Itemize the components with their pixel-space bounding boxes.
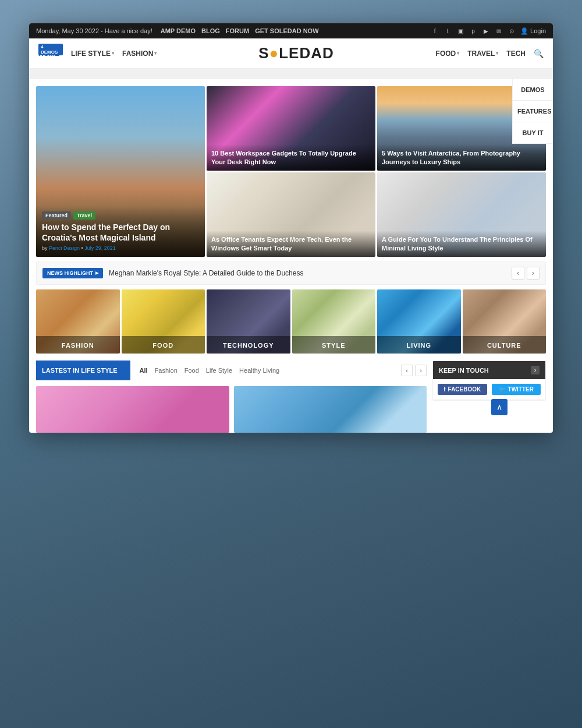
twitter-icon[interactable]: t (443, 27, 452, 35)
latest-item-2[interactable] (234, 386, 427, 433)
side-menu: DEMOS FEATURES BUY IT (512, 79, 553, 144)
hero-title: How to Spend the Perfect Day on Croatia'… (42, 222, 199, 243)
filter-tabs: All Fashion Food Life Style Healthy Livi… (140, 367, 280, 374)
tech-link[interactable]: TECH (506, 50, 526, 58)
antarctica-overlay: 5 Ways to Visit Antarctica, From Photogr… (377, 144, 546, 171)
date-text: Monday, May 30 2022 - Have a nice day! (36, 27, 152, 34)
workspace-title: 10 Best Workspace Gadgets To Totally Upg… (211, 149, 371, 166)
twitter-bird-icon: 🐦 (499, 386, 506, 393)
email-icon[interactable]: ✉ (495, 27, 503, 35)
login-button[interactable]: 👤 Login (520, 27, 546, 35)
social-buttons-row: f FACEBOOK 🐦 TWITTER (433, 379, 545, 400)
cat-style[interactable]: STYLE (292, 289, 376, 354)
twitter-button[interactable]: 🐦 TWITTER (492, 384, 541, 395)
search-icon[interactable]: 🔍 (534, 49, 544, 58)
office-overlay: As Office Tenants Expect More Tech, Even… (207, 231, 375, 257)
grid-cell-workspace[interactable]: 10 Best Workspace Gadgets To Totally Upg… (207, 86, 375, 171)
filter-all[interactable]: All (140, 367, 148, 374)
demos-menu-item[interactable]: DEMOS (513, 79, 553, 101)
hero-main[interactable]: Featured Travel How to Spend the Perfect… (36, 86, 205, 257)
hero-date: July 29, 2021 (84, 245, 116, 251)
grid-cell-office[interactable]: As Office Tenants Expect More Tech, Even… (207, 172, 375, 257)
minimal-title: A Guide For You To Understand The Princi… (382, 235, 541, 252)
hero-author: Penci Design (49, 245, 80, 251)
featured-tag: Featured (42, 211, 71, 220)
food-link[interactable]: FOOD ▾ (436, 50, 460, 58)
instagram-icon[interactable]: ▣ (456, 27, 464, 35)
top-bar: Monday, May 30 2022 - Have a nice day! A… (29, 23, 553, 38)
minimal-overlay: A Guide For You To Understand The Princi… (377, 231, 546, 257)
latest-section: LASTEST IN LIFE STYLE All Fashion Food L… (36, 361, 427, 433)
filter-lifestyle[interactable]: Life Style (206, 367, 232, 374)
features-menu-item[interactable]: FEATURES (513, 101, 553, 122)
latest-grid (36, 386, 427, 433)
workspace-overlay: 10 Best Workspace Gadgets To Totally Upg… (207, 144, 375, 171)
grid-cell-minimal[interactable]: A Guide For You To Understand The Princi… (377, 172, 546, 257)
news-next-button[interactable]: › (527, 267, 540, 280)
hero-meta: by Penci Design • July 29, 2021 (42, 245, 199, 251)
pinterest-icon[interactable]: p (469, 27, 477, 35)
facebook-icon[interactable]: f (431, 27, 439, 35)
keep-header: KEEP IN TOUCH › (433, 361, 545, 379)
buyit-menu-item[interactable]: BUY IT (513, 122, 553, 144)
keep-arrow-icon: › (531, 366, 540, 374)
keep-title: KEEP IN TOUCH (439, 367, 489, 374)
hero-grid: Featured Travel How to Spend the Perfect… (36, 86, 546, 257)
cat-living[interactable]: LIVING (377, 289, 461, 354)
news-nav: ‹ › (512, 267, 540, 280)
main-content: Featured Travel How to Spend the Perfect… (29, 79, 553, 433)
category-strip: FASHION FOOD TECHNOLOGY STYLE LIVING (36, 289, 546, 354)
antarctica-title: 5 Ways to Visit Antarctica, From Photogr… (382, 149, 541, 166)
section-nav: ‹ › (401, 365, 427, 376)
filter-food[interactable]: Food (184, 367, 199, 374)
hero-tags: Featured Travel (42, 211, 199, 220)
food-chevron: ▾ (457, 51, 459, 56)
facebook-icon: f (443, 386, 445, 393)
travel-chevron: ▾ (496, 51, 498, 56)
demos-badge: 4 DEMOS (38, 44, 63, 55)
site-logo[interactable]: S●LEDAD (157, 44, 435, 62)
rss-icon[interactable]: ⊙ (508, 27, 516, 35)
sidebar: KEEP IN TOUCH › f FACEBOOK 🐦 TWITTER (432, 361, 546, 433)
scroll-to-top-button[interactable]: ∧ (491, 399, 508, 415)
cat-fashion[interactable]: FASHION (36, 289, 120, 354)
filter-fashion[interactable]: Fashion (155, 367, 178, 374)
content-row: LASTEST IN LIFE STYLE All Fashion Food L… (36, 361, 546, 433)
office-title: As Office Tenants Expect More Tech, Even… (211, 235, 371, 252)
blog-link[interactable]: BLOG (201, 27, 220, 34)
youtube-icon[interactable]: ▶ (482, 27, 490, 35)
cat-culture[interactable]: CULTURE (463, 289, 546, 354)
section-title: LASTEST IN LIFE STYLE (36, 361, 130, 380)
lifestyle-chevron: ▾ (112, 51, 114, 56)
home-link[interactable]: 4 DEMOS HOME ▾ (38, 50, 63, 58)
amp-demo-link[interactable]: AMP DEMO (161, 27, 196, 34)
news-text: Meghan Markle's Royal Style: A Detailed … (109, 269, 506, 277)
travel-tag: Travel (73, 211, 95, 220)
gray-bar (29, 69, 553, 79)
cat-technology[interactable]: TECHNOLOGY (207, 289, 290, 354)
section-prev-button[interactable]: ‹ (401, 365, 413, 376)
filter-healthy[interactable]: Healthy Living (239, 367, 279, 374)
nav-bar: 4 DEMOS HOME ▾ LIFE STYLE ▾ FASHION ▾ S●… (29, 38, 553, 69)
hero-overlay: Featured Travel How to Spend the Perfect… (36, 206, 205, 257)
facebook-button[interactable]: f FACEBOOK (438, 384, 487, 395)
section-header: LASTEST IN LIFE STYLE All Fashion Food L… (36, 361, 427, 380)
latest-item-1[interactable] (36, 386, 229, 433)
lifestyle-link[interactable]: LIFE STYLE ▾ (71, 50, 114, 58)
news-prev-button[interactable]: ‹ (512, 267, 524, 280)
cat-food[interactable]: FOOD (122, 289, 205, 354)
news-highlight: NEWS HIGHLIGHT Meghan Markle's Royal Sty… (36, 261, 546, 285)
news-badge: NEWS HIGHLIGHT (42, 268, 103, 278)
keep-in-touch-widget: KEEP IN TOUCH › f FACEBOOK 🐦 TWITTER (432, 361, 546, 401)
section-next-button[interactable]: › (415, 365, 427, 376)
fashion-link[interactable]: FASHION ▾ (122, 50, 157, 58)
travel-link[interactable]: TRAVEL ▾ (467, 50, 498, 58)
get-soledad-link[interactable]: GET SOLEDAD NOW (255, 27, 318, 34)
top-links: AMP DEMO BLOG FORUM GET SOLEDAD NOW (161, 27, 319, 34)
forum-link[interactable]: FORUM (226, 27, 249, 34)
page-body: DEMOS FEATURES BUY IT Featured Travel Ho… (29, 79, 553, 433)
